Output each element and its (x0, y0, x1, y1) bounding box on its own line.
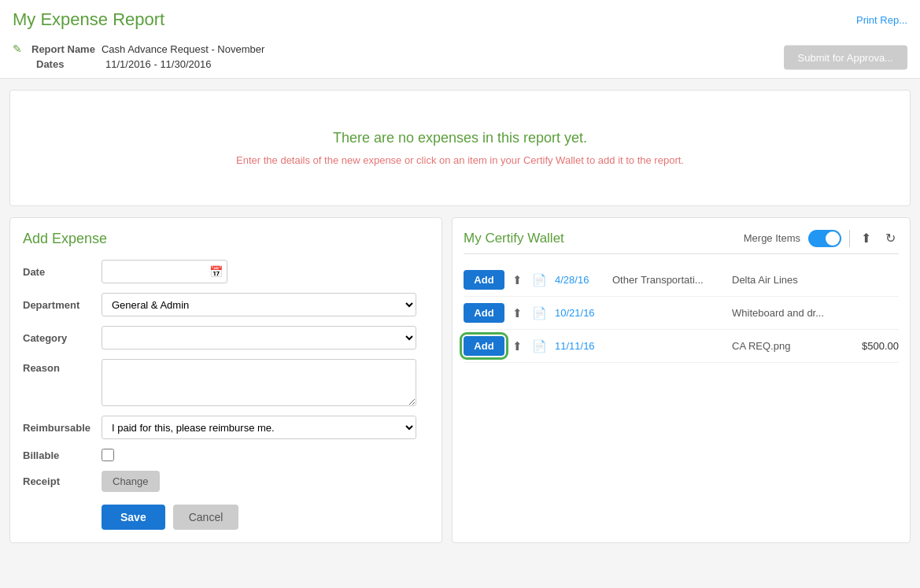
receipt-label: Receipt (23, 475, 94, 487)
merge-items-toggle[interactable] (808, 230, 841, 247)
report-name-label: Report Name (31, 43, 95, 55)
save-button[interactable]: Save (102, 505, 165, 530)
wallet-header: My Certify Wallet Merge Items ⬆ ↻ (464, 229, 899, 254)
wallet-items-list: Add⬆📄4/28/16Other Transportati...Delta A… (464, 264, 899, 363)
empty-report-section: There are no expenses in this report yet… (9, 90, 911, 206)
reason-label: Reason (23, 359, 94, 374)
dates-row: Dates 11/1/2016 - 11/30/2016 (13, 58, 211, 70)
wallet-item-name: Whiteboard and dr... (732, 307, 845, 319)
wallet-document-icon[interactable]: 📄 (530, 305, 549, 322)
reimbursable-row: Reimbursable I paid for this, please rei… (23, 416, 429, 439)
print-link[interactable]: Print Rep... (856, 14, 907, 26)
category-row: Category (23, 326, 429, 349)
wallet-upload-icon[interactable]: ⬆ (511, 338, 524, 355)
receipt-row: Receipt Change (23, 471, 429, 492)
date-label: Date (23, 266, 94, 278)
category-label: Category (23, 332, 94, 344)
edit-icon[interactable]: ✎ (13, 43, 22, 55)
date-row: Date 📅 (23, 260, 429, 283)
date-input-wrap: 📅 (102, 260, 227, 283)
page-title: My Expense Report (13, 9, 164, 30)
wallet-controls: Merge Items ⬆ ↻ (744, 229, 899, 247)
billable-checkbox[interactable] (102, 449, 114, 461)
wallet-document-icon[interactable]: 📄 (530, 272, 549, 289)
wallet-list-item: Add⬆📄11/11/16CA REQ.png$500.00 (464, 330, 899, 363)
submit-for-approval-button[interactable]: Submit for Approva... (784, 45, 907, 69)
wallet-upload-icon[interactable]: ⬆ (511, 272, 524, 289)
billable-label: Billable (23, 449, 94, 461)
empty-subtitle: Enter the details of the new expense or … (236, 154, 684, 166)
dates-value: 11/1/2016 - 11/30/2016 (105, 58, 211, 70)
add-expense-panel: Add Expense Date 📅 Department General & … (9, 217, 442, 543)
wallet-title: My Certify Wallet (464, 231, 564, 246)
upload-icon-button[interactable]: ⬆ (858, 229, 874, 247)
reason-textarea[interactable] (102, 359, 416, 406)
add-expense-title: Add Expense (23, 231, 429, 247)
wallet-list-item: Add⬆📄4/28/16Other Transportati...Delta A… (464, 264, 899, 297)
cancel-button[interactable]: Cancel (173, 505, 239, 530)
bottom-section: Add Expense Date 📅 Department General & … (9, 217, 911, 543)
report-name-value: Cash Advance Request - November (102, 43, 264, 55)
change-receipt-button[interactable]: Change (102, 471, 160, 492)
wallet-panel: My Certify Wallet Merge Items ⬆ ↻ Add⬆📄4… (452, 217, 911, 543)
wallet-item-name: Delta Air Lines (732, 274, 845, 286)
report-meta: ✎ Report Name Cash Advance Request - Nov… (0, 36, 920, 79)
wallet-list-item: Add⬆📄10/21/16Whiteboard and dr... (464, 297, 899, 330)
wallet-add-button[interactable]: Add (464, 270, 504, 290)
reimbursable-label: Reimbursable (23, 422, 94, 434)
wallet-item-category: Other Transportati... (612, 274, 726, 286)
wallet-item-amount: $500.00 (852, 340, 899, 352)
department-label: Department (23, 299, 94, 311)
reason-row: Reason (23, 359, 429, 406)
billable-row: Billable (23, 449, 429, 461)
wallet-divider (849, 230, 850, 247)
reimbursable-select[interactable]: I paid for this, please reimburse me. Co… (102, 416, 416, 439)
refresh-icon-button[interactable]: ↻ (882, 229, 899, 247)
department-row: Department General & Admin Sales Marketi… (23, 293, 429, 316)
wallet-add-button[interactable]: Add (464, 303, 504, 323)
wallet-item-date: 10/21/16 (555, 307, 606, 319)
wallet-item-date: 4/28/16 (555, 274, 606, 286)
category-select[interactable] (102, 326, 416, 349)
form-actions: Save Cancel (102, 505, 429, 530)
department-select[interactable]: General & Admin Sales Marketing Engineer… (102, 293, 416, 316)
merge-items-label: Merge Items (744, 232, 800, 244)
wallet-item-date: 11/11/16 (555, 340, 606, 352)
dates-label: Dates (36, 58, 99, 70)
wallet-add-button[interactable]: Add (464, 336, 504, 356)
report-name-row: ✎ Report Name Cash Advance Request - Nov… (13, 43, 264, 55)
page-header: My Expense Report Print Rep... (0, 0, 920, 36)
wallet-document-icon[interactable]: 📄 (530, 338, 549, 355)
wallet-item-name: CA REQ.png (732, 340, 845, 352)
empty-title: There are no expenses in this report yet… (333, 130, 587, 146)
date-input[interactable] (102, 260, 227, 283)
wallet-upload-icon[interactable]: ⬆ (511, 305, 524, 322)
